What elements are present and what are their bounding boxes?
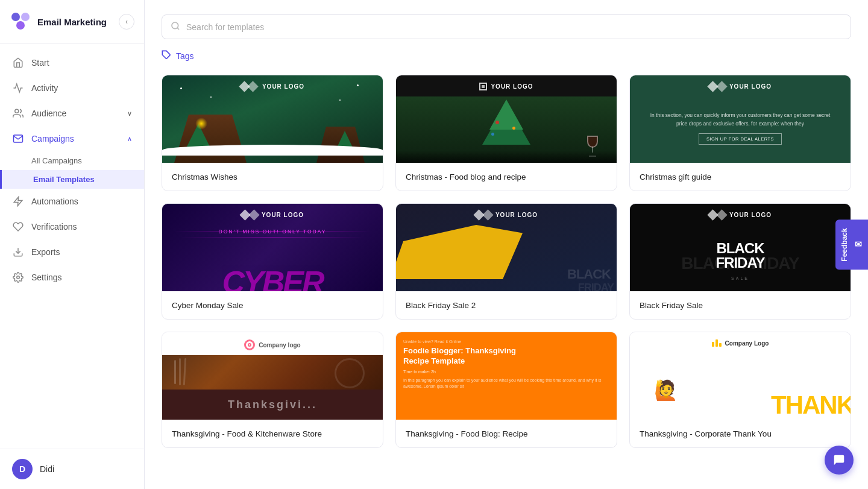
- svg-point-0: [11, 13, 20, 21]
- template-card-christmas-gift[interactable]: YOUR LOGO In this section, you can quick…: [629, 75, 851, 191]
- template-name: Thanksgiving - Food Blog: Recipe: [406, 429, 528, 438]
- tag-icon: [162, 50, 171, 62]
- sidebar-header: Email Marketing ‹: [0, 0, 144, 44]
- svg-point-7: [172, 22, 178, 29]
- template-info: Thanksgiving - Food Blog: Recipe: [396, 420, 617, 447]
- template-card-thanksgiving-blog[interactable]: Unable to view? Read it Online Foodie Bl…: [395, 332, 617, 448]
- brand-logo-icon: [10, 11, 31, 33]
- template-info: Christmas Wishes: [162, 163, 383, 191]
- tags-label[interactable]: Tags: [176, 51, 194, 61]
- sidebar-item-settings-label: Settings: [31, 273, 62, 282]
- sidebar-item-audience[interactable]: Audience ∨: [0, 101, 144, 126]
- svg-point-3: [15, 109, 19, 113]
- sidebar-item-verifications-label: Verifications: [31, 222, 77, 232]
- svg-point-2: [16, 21, 25, 30]
- template-name: Thanksgiving - Corporate Thank You: [640, 429, 772, 438]
- campaigns-chevron-icon: ∧: [127, 135, 132, 143]
- nav-items: Start Activity Audience ∨: [0, 44, 144, 449]
- svg-point-1: [21, 13, 30, 21]
- sidebar-item-start-label: Start: [31, 58, 49, 68]
- sidebar-item-automations-label: Automations: [31, 197, 78, 206]
- template-info: Thanksgiving - Corporate Thank You: [630, 420, 851, 447]
- template-name: Christmas - Food blog and recipe: [406, 172, 526, 181]
- campaigns-sub-nav: All Campaigns Email Templates: [0, 151, 144, 189]
- feedback-icon: ✉: [854, 239, 863, 249]
- sidebar-item-audience-label: Audience: [31, 109, 66, 118]
- sidebar-brand: Email Marketing: [10, 11, 107, 33]
- activity-icon: [12, 82, 24, 94]
- home-icon: [12, 57, 24, 69]
- template-card-black-friday[interactable]: YOUR LOGO BLACK FRIDAY BLACK FRIDAY SALE…: [629, 203, 851, 320]
- template-card-cyber-monday[interactable]: YOUR LOGO DON'T MISS OUT! ONLY TODAY CYB…: [162, 203, 383, 320]
- template-name: Christmas Wishes: [172, 172, 237, 181]
- brand-name: Email Marketing: [37, 17, 107, 27]
- user-avatar: D: [12, 459, 33, 479]
- template-name: Black Friday Sale: [640, 301, 703, 310]
- sidebar-item-campaigns-label: Campaigns: [31, 134, 74, 144]
- templates-grid: YOUR LOGO: [162, 75, 851, 448]
- sidebar-item-exports-label: Exports: [31, 247, 60, 257]
- template-info: Christmas gift guide: [630, 163, 851, 191]
- sidebar-item-automations[interactable]: Automations: [0, 189, 144, 214]
- template-info: Thanksgiving - Food & Kitchenware Store: [162, 420, 383, 447]
- tags-row: Tags: [162, 50, 851, 62]
- template-name: Cyber Monday Sale: [172, 301, 244, 310]
- svg-point-6: [17, 276, 20, 279]
- svg-marker-4: [14, 197, 22, 206]
- search-icon: [171, 21, 180, 33]
- template-card-christmas-food[interactable]: YOUR LOGO: [395, 75, 617, 191]
- template-info: Christmas - Food blog and recipe: [396, 163, 617, 191]
- sidebar-item-activity-label: Activity: [31, 83, 58, 93]
- verifications-icon: [12, 221, 24, 233]
- search-input[interactable]: [186, 22, 842, 32]
- template-card-black-friday-2[interactable]: YOUR LOGO BLACK FRIDAY Black Friday Sale…: [395, 203, 617, 320]
- template-logo: YOUR LOGO: [241, 83, 304, 90]
- audience-chevron-icon: ∨: [127, 110, 132, 118]
- svg-line-8: [177, 28, 179, 30]
- audience-icon: [12, 107, 24, 119]
- collapse-sidebar-button[interactable]: ‹: [119, 14, 134, 30]
- main-content: Tags YOUR LOGO: [145, 0, 868, 489]
- sidebar: Email Marketing ‹ Start Activity: [0, 0, 145, 489]
- template-card-christmas-wishes[interactable]: YOUR LOGO: [162, 75, 383, 191]
- sidebar-item-exports[interactable]: Exports: [0, 239, 144, 265]
- sidebar-item-email-templates[interactable]: Email Templates: [0, 170, 144, 189]
- template-name: Christmas gift guide: [640, 172, 711, 181]
- sidebar-user[interactable]: D Didi: [0, 449, 144, 489]
- chat-button[interactable]: [825, 446, 854, 475]
- feedback-button[interactable]: ✉ Feedback: [835, 219, 868, 270]
- template-card-thanksgiving-food[interactable]: Company logo Thanksgivi...: [162, 332, 383, 448]
- settings-icon: [12, 271, 24, 283]
- sidebar-item-settings[interactable]: Settings: [0, 265, 144, 290]
- sidebar-item-activity[interactable]: Activity: [0, 75, 144, 101]
- template-name: Thanksgiving - Food & Kitchenware Store: [172, 429, 322, 438]
- template-info: Cyber Monday Sale: [162, 291, 383, 319]
- campaigns-icon: [12, 133, 24, 145]
- template-name: Black Friday Sale 2: [406, 301, 476, 310]
- template-info: Black Friday Sale: [630, 291, 851, 319]
- feedback-label: Feedback: [840, 228, 849, 261]
- exports-icon: [12, 246, 24, 258]
- sidebar-item-campaigns[interactable]: Campaigns ∧: [0, 126, 144, 151]
- search-bar[interactable]: [162, 14, 851, 39]
- user-name: Didi: [40, 464, 54, 474]
- sidebar-item-verifications[interactable]: Verifications: [0, 214, 144, 239]
- sidebar-item-all-campaigns[interactable]: All Campaigns: [0, 151, 144, 170]
- automations-icon: [12, 195, 24, 207]
- template-info: Black Friday Sale 2: [396, 291, 617, 319]
- sidebar-item-start[interactable]: Start: [0, 50, 144, 75]
- template-card-thanksgiving-corp[interactable]: Company Logo 🙋 THANK Thanksgiving - Corp…: [629, 332, 851, 448]
